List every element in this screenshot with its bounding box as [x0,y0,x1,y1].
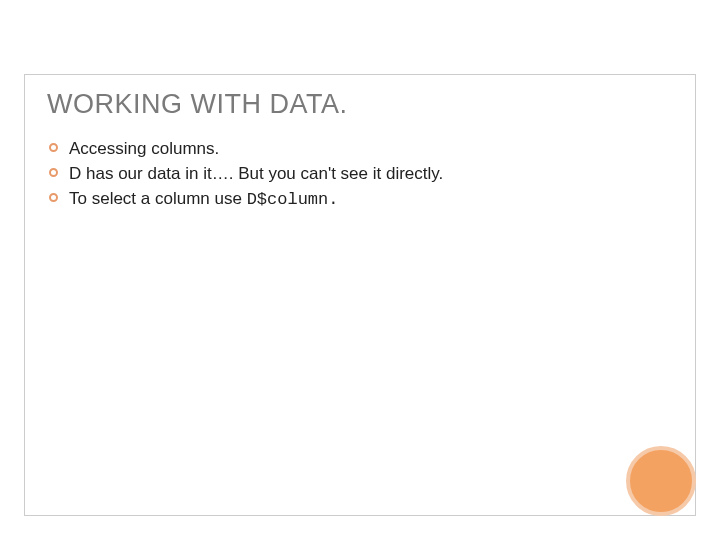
accent-circle-icon [626,446,696,516]
bullet-text: Accessing columns. [69,139,219,158]
code-snippet: D$column. [247,190,339,209]
bullet-text: D has our data in it…. But you can't see… [69,164,443,183]
slide-title: WORKING WITH DATA. [47,89,673,120]
list-item: Accessing columns. [47,138,673,161]
bullet-text: To select a column use [69,189,247,208]
slide: WORKING WITH DATA. Accessing columns. D … [0,0,720,540]
content-frame: WORKING WITH DATA. Accessing columns. D … [24,74,696,516]
list-item: D has our data in it…. But you can't see… [47,163,673,186]
list-item: To select a column use D$column. [47,188,673,212]
bullet-list: Accessing columns. D has our data in it…… [47,138,673,212]
